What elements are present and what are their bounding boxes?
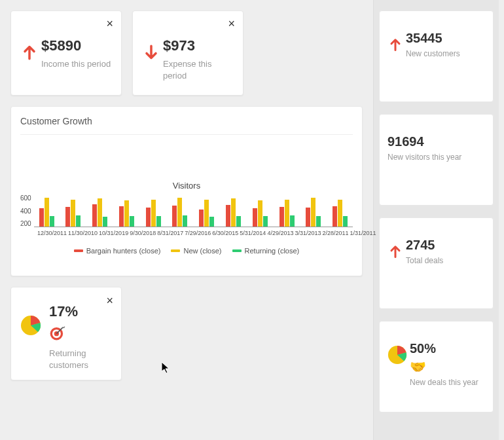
income-value: $5890 bbox=[41, 37, 112, 54]
chart-bars bbox=[34, 194, 353, 227]
pie-chart-icon bbox=[387, 345, 410, 367]
target-icon bbox=[49, 324, 112, 344]
metric-value: 2745 bbox=[406, 238, 485, 253]
sidebar: 35445 New customers 91694 New visitors t… bbox=[373, 0, 499, 440]
arrow-up-icon bbox=[387, 240, 406, 265]
returning-customers-card[interactable]: × 17% bbox=[10, 287, 122, 380]
sidebar-item-new-customers[interactable]: 35445 New customers bbox=[379, 10, 494, 102]
metric-label: New deals this year bbox=[410, 377, 485, 388]
chart-x-axis: 12/30/201111/30/201010/31/20199/30/20188… bbox=[37, 230, 353, 236]
sidebar-item-new-visitors[interactable]: 91694 New visitors this year bbox=[379, 114, 494, 206]
metric-value: 35445 bbox=[406, 31, 485, 46]
metric-label: New customers bbox=[406, 48, 485, 59]
customer-growth-card[interactable]: Customer Growth Visitors 600400200 12/30… bbox=[10, 106, 363, 276]
pie-chart-icon bbox=[20, 315, 44, 339]
arrow-up-icon bbox=[20, 40, 41, 67]
handshake-icon: 🤝 bbox=[410, 359, 485, 375]
chart-title: Visitors bbox=[20, 181, 353, 191]
close-icon[interactable]: × bbox=[228, 18, 235, 29]
visitors-chart: Visitors 600400200 12/30/201111/30/20101… bbox=[20, 181, 353, 266]
arrow-down-icon bbox=[142, 40, 163, 67]
metric-value: 50% bbox=[410, 341, 485, 356]
returning-value: 17% bbox=[49, 303, 112, 320]
expense-card[interactable]: × $973 Expense this period bbox=[132, 10, 243, 96]
chart-y-axis: 600400200 bbox=[20, 194, 34, 227]
close-icon[interactable]: × bbox=[106, 294, 113, 308]
income-card[interactable]: × $5890 Income this period bbox=[10, 10, 122, 96]
metric-label: New visitors this year bbox=[387, 152, 485, 162]
arrow-up-icon bbox=[387, 33, 406, 58]
metric-value: 91694 bbox=[387, 134, 485, 149]
metric-label: Total deals bbox=[406, 255, 485, 266]
sidebar-item-new-deals[interactable]: 50% 🤝 New deals this year bbox=[379, 321, 494, 412]
expense-value: $973 bbox=[163, 37, 234, 54]
income-label: Income this period bbox=[41, 58, 112, 70]
close-icon[interactable]: × bbox=[106, 18, 113, 29]
chart-legend: Bargain hunters (close)New (close)Return… bbox=[20, 247, 353, 266]
card-title: Customer Growth bbox=[20, 116, 353, 135]
sidebar-item-total-deals[interactable]: 2745 Total deals bbox=[379, 217, 494, 309]
returning-label: Returning customers bbox=[49, 348, 112, 371]
expense-label: Expense this period bbox=[163, 58, 234, 81]
